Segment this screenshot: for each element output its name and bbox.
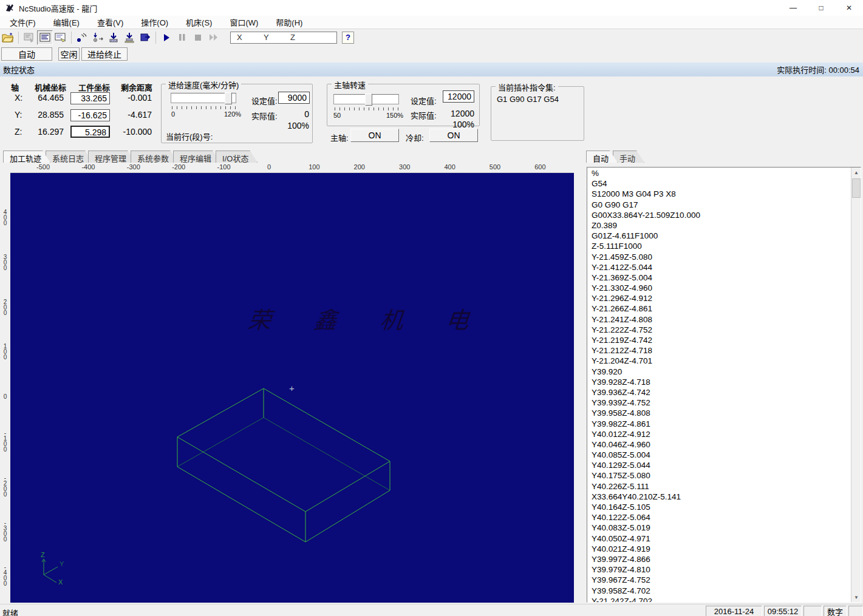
maximize-button[interactable]: □ bbox=[807, 0, 835, 16]
h-ruler-label: -400 bbox=[81, 163, 95, 171]
gcode-line: G01Z-4.611F1000 bbox=[587, 231, 850, 242]
v-ruler-label: 200 bbox=[2, 298, 9, 314]
gcode-line: Y39.958Z-4.808 bbox=[587, 408, 850, 419]
menu-item[interactable]: 操作(O) bbox=[135, 15, 174, 29]
v-ruler-label: 100 bbox=[2, 343, 9, 359]
coolant-on-button[interactable]: ON bbox=[429, 129, 478, 142]
gcode-line: Z-5.111F1000 bbox=[587, 242, 850, 252]
show-trace-button[interactable] bbox=[21, 30, 37, 45]
vertical-ruler: 4003002001000-100-200-300-400 bbox=[0, 173, 10, 603]
single-block-button[interactable] bbox=[137, 30, 153, 45]
menu-item[interactable]: 窗口(W) bbox=[223, 15, 264, 29]
reference-point-icon bbox=[76, 32, 88, 43]
spindle-actual-value: 12000 bbox=[443, 109, 474, 118]
v-ruler-label: 400 bbox=[2, 209, 9, 225]
menu-item[interactable]: 编辑(E) bbox=[47, 15, 86, 29]
work-coord-y[interactable]: -16.625 bbox=[70, 109, 110, 121]
gcode-line: Y-21.412Z-5.044 bbox=[587, 263, 850, 273]
tab-程序编辑[interactable]: 程序编辑 bbox=[173, 151, 220, 163]
scroll-thumb[interactable] bbox=[852, 178, 861, 198]
toolbar-separator bbox=[18, 32, 19, 44]
back-to-reference-button[interactable] bbox=[74, 30, 90, 45]
step-forward-icon bbox=[209, 33, 219, 41]
show-program-button[interactable] bbox=[37, 30, 53, 45]
simulate-button[interactable] bbox=[53, 30, 69, 45]
gcode-line: Y-21.330Z-4.960 bbox=[587, 283, 850, 294]
tab-系统日志[interactable]: 系统日志 bbox=[46, 151, 93, 163]
status-empty-segment bbox=[848, 606, 863, 616]
feed-slider-thumb[interactable] bbox=[225, 92, 232, 104]
stop-button[interactable] bbox=[190, 30, 206, 45]
status-time: 09:55:12 bbox=[764, 606, 802, 616]
spindle-scale-min: 50 bbox=[333, 112, 341, 119]
remain-dist: -10.000 bbox=[120, 127, 152, 137]
work-coord-z[interactable]: 5.298 bbox=[70, 126, 110, 138]
view-tabs: 加工轨迹系统日志程序管理系统参数程序编辑I/O状态 bbox=[3, 151, 253, 163]
h-ruler-label: 500 bbox=[489, 163, 500, 171]
feed-set-value[interactable]: 9000 bbox=[278, 92, 310, 104]
gcode-line: Y-21.222Z-4.752 bbox=[587, 325, 850, 336]
feed-groupbox: 进给速度(毫米/分钟) 0 120% 设定值: 9000 实际值: 0 100%… bbox=[161, 84, 313, 143]
tab-加工轨迹[interactable]: 加工轨迹 bbox=[3, 151, 50, 163]
col-mech: 机械坐标 bbox=[35, 81, 66, 93]
feed-slider-ticks bbox=[172, 106, 236, 109]
tab-手动[interactable]: 手动 bbox=[613, 151, 644, 163]
machining-view[interactable]: 荣 鑫 机 电 + Z Y X bbox=[10, 173, 574, 603]
v-ruler-label: -300 bbox=[2, 520, 9, 541]
back-to-origin-button[interactable] bbox=[90, 30, 106, 45]
open-file-button[interactable] bbox=[0, 30, 16, 45]
app-logo-icon bbox=[5, 3, 15, 13]
tab-系统参数[interactable]: 系统参数 bbox=[131, 151, 178, 163]
horizontal-ruler: -500-400-300-200-1000100200300400500600 bbox=[10, 163, 574, 173]
work-coord-x[interactable]: 33.265 bbox=[70, 92, 110, 104]
scroll-up-icon[interactable]: ▲ bbox=[851, 168, 861, 177]
gcode-line: Y-21.219Z-4.742 bbox=[587, 336, 850, 346]
machine-state-indicator: 空闲 bbox=[58, 47, 80, 61]
xyz-axis-field[interactable]: X Y Z bbox=[230, 32, 337, 44]
toolbar: X Y Z ? bbox=[0, 29, 863, 46]
gcode-listbox[interactable]: %G54S12000 M3 G04 P3 X8G0 G90 G17G00X33.… bbox=[587, 167, 861, 603]
feed-slider[interactable] bbox=[171, 93, 236, 103]
spindle-set-value[interactable]: 12000 bbox=[443, 90, 474, 103]
feed-actual-label: 实际值: bbox=[251, 110, 278, 121]
step-button[interactable] bbox=[206, 30, 222, 45]
mode-select[interactable]: 自动 bbox=[1, 47, 52, 61]
start-button[interactable] bbox=[159, 30, 174, 45]
pause-button[interactable] bbox=[174, 30, 190, 45]
h-ruler-label: 200 bbox=[354, 163, 365, 171]
menu-item[interactable]: 文件(F) bbox=[4, 15, 42, 29]
tab-I/O状态[interactable]: I/O状态 bbox=[216, 151, 258, 163]
title-bar: NcStudio高速版 - 龍门 — □ ✕ bbox=[0, 0, 863, 16]
tool-position-cross: + bbox=[289, 383, 295, 393]
h-ruler-label: 600 bbox=[534, 163, 545, 171]
feed-percent: 100% bbox=[280, 121, 309, 130]
scroll-down-icon[interactable]: ▼ bbox=[851, 592, 861, 602]
v-ruler-label: -200 bbox=[2, 475, 9, 496]
gcode-line: Y39.920 bbox=[587, 367, 850, 377]
tool-calibrate-button[interactable] bbox=[106, 30, 121, 45]
spindle-on-button[interactable]: ON bbox=[350, 129, 399, 142]
menu-item[interactable]: 帮助(H) bbox=[270, 15, 309, 29]
minimize-button[interactable]: — bbox=[779, 0, 807, 16]
mobile-calibrate-button[interactable] bbox=[121, 30, 137, 45]
pause-icon bbox=[179, 33, 186, 41]
origin-point-icon bbox=[92, 32, 104, 43]
mech-coord: 16.297 bbox=[33, 127, 64, 137]
gcode-scrollbar[interactable]: ▲ ▼ bbox=[851, 168, 861, 602]
gcode-line: Y40.050Z-4.971 bbox=[587, 534, 850, 544]
watermark-text: 荣 鑫 机 电 bbox=[247, 302, 445, 335]
tab-程序管理[interactable]: 程序管理 bbox=[88, 151, 135, 163]
gcode-line: Y39.982Z-4.861 bbox=[587, 419, 850, 430]
spindle-slider-thumb[interactable] bbox=[365, 93, 372, 106]
menu-item[interactable]: 机床(S) bbox=[180, 15, 218, 29]
feed-scale-max: 120% bbox=[224, 110, 241, 118]
gcode-line: Y39.936Z-4.742 bbox=[587, 388, 850, 398]
h-ruler-label: -500 bbox=[36, 163, 50, 171]
v-ruler-label: -400 bbox=[2, 564, 9, 586]
interp-groupbox: 当前插补指令集: G1 G90 G17 G54 bbox=[491, 86, 584, 141]
menu-item[interactable]: 查看(V) bbox=[91, 15, 129, 29]
toolbar-separator bbox=[155, 32, 156, 44]
spindle-slider[interactable] bbox=[333, 94, 399, 104]
close-button[interactable]: ✕ bbox=[835, 0, 863, 16]
help-button[interactable]: ? bbox=[342, 32, 354, 44]
